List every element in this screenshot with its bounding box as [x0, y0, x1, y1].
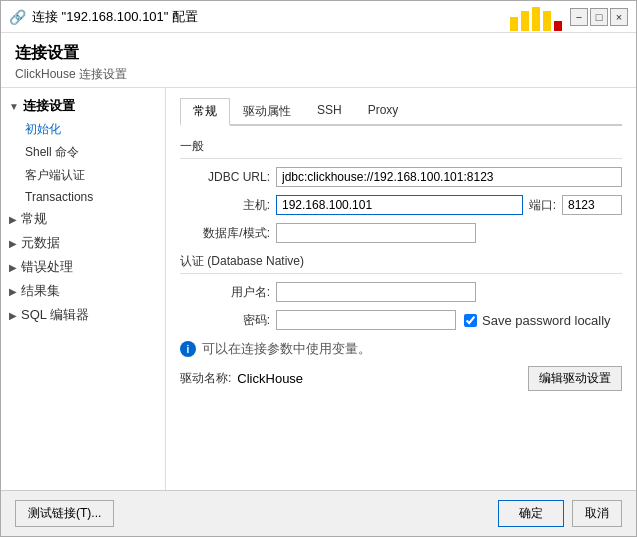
sidebar: ▼ 连接设置 初始化 Shell 命令 客户端认证 Transactions ▶… — [1, 88, 166, 490]
edit-driver-button[interactable]: 编辑驱动设置 — [528, 366, 622, 391]
main-content: 常规 驱动属性 SSH Proxy 一般 JDBC URL: 主机: — [166, 88, 636, 490]
deco-bar-2 — [521, 11, 529, 31]
jdbc-url-label: JDBC URL: — [180, 170, 270, 184]
info-text: 可以在连接参数中使用变量。 — [202, 340, 371, 358]
bottom-right: 确定 取消 — [498, 500, 622, 527]
jdbc-url-row: JDBC URL: — [180, 167, 622, 187]
sidebar-section-label: 连接设置 — [23, 97, 75, 115]
chevron-right-icon-5: ▶ — [9, 310, 17, 321]
db-label: 数据库/模式: — [180, 225, 270, 242]
user-row: 用户名: — [180, 282, 622, 302]
section-general-label: 一般 — [180, 138, 622, 159]
host-port-group: 端口: — [276, 195, 622, 215]
info-icon: i — [180, 341, 196, 357]
pwd-input[interactable] — [276, 310, 456, 330]
deco-bar-4 — [543, 11, 551, 31]
host-input[interactable] — [276, 195, 523, 215]
deco-bars — [510, 3, 562, 31]
driver-name-value: ClickHouse — [237, 371, 303, 386]
tab-driver-props[interactable]: 驱动属性 — [230, 98, 304, 126]
user-input[interactable] — [276, 282, 476, 302]
sidebar-section-errorhandling[interactable]: ▶ 错误处理 — [1, 255, 165, 279]
chevron-right-icon-2: ▶ — [9, 238, 17, 249]
save-password-label: Save password locally — [482, 313, 611, 328]
sidebar-section-resultset[interactable]: ▶ 结果集 — [1, 279, 165, 303]
sidebar-section-sqleditor[interactable]: ▶ SQL 编辑器 — [1, 303, 165, 327]
pwd-row: 密码: Save password locally — [180, 310, 622, 330]
sidebar-section-metadata[interactable]: ▶ 元数据 — [1, 231, 165, 255]
bottom-bar: 测试链接(T)... 确定 取消 — [1, 490, 636, 536]
window-icon: 🔗 — [9, 9, 26, 25]
sidebar-sqleditor-label: SQL 编辑器 — [21, 306, 89, 324]
tab-ssh[interactable]: SSH — [304, 98, 355, 126]
bottom-left: 测试链接(T)... — [15, 500, 114, 527]
save-pwd-row: Save password locally — [464, 313, 611, 328]
section-auth-label: 认证 (Database Native) — [180, 253, 622, 274]
driver-name-label: 驱动名称: — [180, 370, 231, 387]
sidebar-general-label: 常规 — [21, 210, 47, 228]
chevron-down-icon: ▼ — [9, 101, 19, 112]
sidebar-errorhandling-label: 错误处理 — [21, 258, 73, 276]
maximize-button[interactable]: □ — [590, 8, 608, 26]
tab-bar: 常规 驱动属性 SSH Proxy — [180, 98, 622, 126]
sidebar-item-init[interactable]: 初始化 — [1, 118, 165, 141]
sidebar-item-shell[interactable]: Shell 命令 — [1, 141, 165, 164]
sidebar-resultset-label: 结果集 — [21, 282, 60, 300]
ok-button[interactable]: 确定 — [498, 500, 564, 527]
cancel-button[interactable]: 取消 — [572, 500, 622, 527]
sidebar-metadata-label: 元数据 — [21, 234, 60, 252]
jdbc-url-input[interactable] — [276, 167, 622, 187]
page-subtitle: ClickHouse 连接设置 — [15, 66, 622, 83]
deco-bar-1 — [510, 17, 518, 31]
deco-bar-5 — [554, 21, 562, 31]
close-button[interactable]: × — [610, 8, 628, 26]
minimize-button[interactable]: − — [570, 8, 588, 26]
chevron-right-icon-3: ▶ — [9, 262, 17, 273]
port-label: 端口: — [529, 197, 556, 214]
host-port-row: 主机: 端口: — [180, 195, 622, 215]
user-label: 用户名: — [180, 284, 270, 301]
page-title: 连接设置 — [15, 43, 622, 64]
sidebar-item-auth[interactable]: 客户端认证 — [1, 164, 165, 187]
save-password-checkbox[interactable] — [464, 314, 477, 327]
chevron-right-icon-4: ▶ — [9, 286, 17, 297]
window-controls[interactable]: − □ × — [570, 8, 628, 26]
window-title: 连接 "192.168.100.101" 配置 — [32, 8, 198, 26]
sidebar-item-transactions[interactable]: Transactions — [1, 187, 165, 207]
port-input[interactable] — [562, 195, 622, 215]
db-input[interactable] — [276, 223, 476, 243]
tab-proxy[interactable]: Proxy — [355, 98, 412, 126]
info-row: i 可以在连接参数中使用变量。 — [180, 340, 622, 358]
deco-bar-3 — [532, 7, 540, 31]
sidebar-section-connection[interactable]: ▼ 连接设置 — [1, 94, 165, 118]
chevron-right-icon-1: ▶ — [9, 214, 17, 225]
test-connection-button[interactable]: 测试链接(T)... — [15, 500, 114, 527]
driver-row: 驱动名称: ClickHouse 编辑驱动设置 — [180, 366, 622, 391]
sidebar-section-general[interactable]: ▶ 常规 — [1, 207, 165, 231]
host-label: 主机: — [180, 197, 270, 214]
db-row: 数据库/模式: — [180, 223, 622, 243]
tab-general[interactable]: 常规 — [180, 98, 230, 126]
pwd-label: 密码: — [180, 312, 270, 329]
title-bar: 🔗 连接 "192.168.100.101" 配置 — [9, 8, 198, 26]
